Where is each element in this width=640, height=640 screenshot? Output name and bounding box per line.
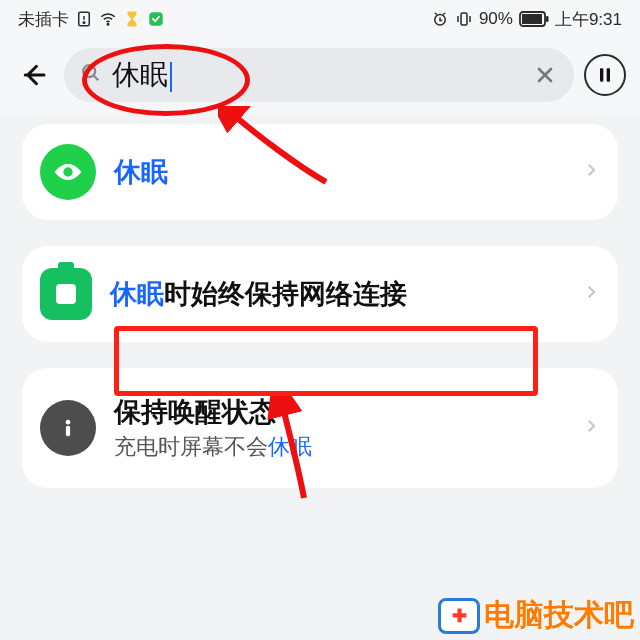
svg-line-13	[94, 76, 99, 81]
eye-icon	[40, 144, 96, 200]
text-caret	[170, 62, 172, 92]
result-body: 休眠	[114, 154, 564, 190]
search-header: 休眠	[0, 38, 640, 114]
battery-icon	[40, 268, 92, 320]
status-left: 未插卡	[18, 8, 165, 31]
result-item-sleep[interactable]: 休眠	[22, 124, 618, 220]
sim-alert-icon	[75, 10, 93, 28]
result-body: 保持唤醒状态 充电时屏幕不会休眠	[114, 394, 564, 462]
status-bar: 未插卡 90% 上午9:31	[0, 0, 640, 38]
vibrate-icon	[455, 10, 473, 28]
app-icon	[147, 10, 165, 28]
search-input[interactable]: 休眠	[112, 56, 522, 94]
hourglass-icon	[123, 10, 141, 28]
search-box[interactable]: 休眠	[64, 48, 574, 102]
no-sim-label: 未插卡	[18, 8, 69, 31]
results-list: 休眠 休眠时始终保持网络连接 保持唤醒状态 充电时屏幕不会休眠	[0, 114, 640, 488]
svg-rect-10	[522, 14, 542, 24]
svg-rect-16	[600, 68, 603, 81]
search-icon	[80, 62, 102, 88]
watermark: ✚ 电脑技术吧	[438, 595, 634, 636]
svg-rect-20	[66, 426, 70, 437]
svg-point-12	[83, 65, 95, 77]
battery-percent: 90%	[479, 9, 513, 29]
svg-point-18	[65, 169, 70, 174]
watermark-text: 电脑技术吧	[484, 595, 634, 636]
chevron-right-icon	[582, 417, 600, 439]
result-item-keep-network[interactable]: 休眠时始终保持网络连接	[22, 246, 618, 342]
svg-point-2	[83, 22, 85, 24]
chevron-right-icon	[582, 161, 600, 183]
battery-icon	[519, 11, 549, 27]
alarm-icon	[431, 10, 449, 28]
back-button[interactable]	[14, 55, 54, 95]
watermark-logo-icon: ✚	[438, 598, 480, 634]
status-right: 90% 上午9:31	[431, 8, 622, 31]
result-title: 休眠时始终保持网络连接	[110, 276, 564, 312]
voice-pause-button[interactable]	[584, 54, 626, 96]
result-body: 休眠时始终保持网络连接	[110, 276, 564, 312]
result-title: 保持唤醒状态	[114, 394, 564, 430]
svg-rect-6	[461, 13, 467, 25]
result-item-keep-awake[interactable]: 保持唤醒状态 充电时屏幕不会休眠	[22, 368, 618, 488]
result-subtitle: 充电时屏幕不会休眠	[114, 432, 564, 462]
wifi-icon	[99, 10, 117, 28]
result-title: 休眠	[114, 154, 564, 190]
chevron-right-icon	[582, 283, 600, 305]
svg-point-19	[66, 420, 71, 425]
info-icon	[40, 400, 96, 456]
clock-label: 上午9:31	[555, 8, 622, 31]
clear-button[interactable]	[532, 62, 558, 88]
svg-rect-17	[607, 68, 610, 81]
svg-point-3	[107, 24, 109, 26]
svg-rect-11	[546, 16, 549, 22]
